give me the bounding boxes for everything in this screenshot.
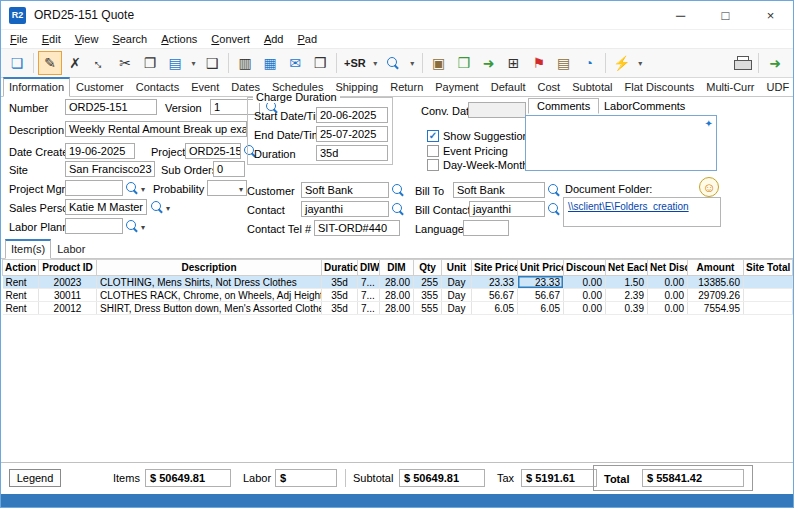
resize-icon[interactable]: ↔ [83,46,117,80]
smiley-icon[interactable]: ☺ [699,177,719,197]
project-mgr-chevron-down-icon[interactable]: ▾ [141,185,145,194]
labor-planner-search-icon[interactable] [126,220,139,235]
tab-items[interactable]: Item(s) [5,239,51,259]
table-row[interactable]: Rent 20023 CLOTHING, Mens Shirts, Not Dr… [3,276,793,289]
tab-cost[interactable]: Cost [532,78,567,97]
minimize-button[interactable]: ─ [658,1,703,29]
col-qty[interactable]: Qty [414,260,442,276]
cell-site-price[interactable]: 6.05 [472,302,518,315]
tiles-icon[interactable]: ▦ [258,51,282,75]
clock-icon[interactable]: ◔ [577,51,601,75]
cell-qty[interactable]: 355 [414,289,442,302]
start-date-field[interactable]: 20-06-2025 [316,107,388,123]
maximize-button[interactable]: □ [703,1,748,29]
close-button[interactable]: × [748,1,793,29]
zoom-dropdown-icon[interactable]: ▾ [407,51,418,75]
cell-unit[interactable]: Day [442,302,472,315]
cell-net-disc[interactable]: 0.00 [648,302,688,315]
col-duration[interactable]: Duration [322,260,358,276]
col-discount[interactable]: Discount [564,260,606,276]
cell-action[interactable]: Rent [3,302,39,315]
cell-net-each[interactable]: 2.39 [606,289,648,302]
copy-icon[interactable]: ❐ [138,51,162,75]
legend-button[interactable]: Legend [9,469,61,487]
bill-contact-search-icon[interactable] [548,203,561,218]
flash-icon[interactable]: ⚡ [610,51,634,75]
cell-unit-price-focused[interactable]: 23.33 [518,276,564,289]
cell-site-total[interactable] [744,276,793,289]
col-unit-price[interactable]: Unit Price [518,260,564,276]
cell-diw[interactable]: 7... [358,276,380,289]
tab-payment[interactable]: Payment [429,78,484,97]
cell-amount[interactable]: 29709.26 [688,289,744,302]
cell-discount[interactable]: 0.00 [564,289,606,302]
menu-add[interactable]: Add [257,31,291,47]
cell-dim[interactable]: 28.00 [380,289,414,302]
cell-description[interactable]: CLOTHES RACK, Chrome, on Wheels, Adj Hei… [97,289,322,302]
sales-person-chevron-down-icon[interactable]: ▾ [166,204,170,213]
menu-pad[interactable]: Pad [290,31,324,47]
cell-unit-price[interactable]: 56.67 [518,289,564,302]
tab-comments[interactable]: Comments [528,98,599,114]
new-document-icon[interactable]: ❏ [5,51,29,75]
clipboard-icon[interactable]: ▤ [552,51,576,75]
cell-dim[interactable]: 28.00 [380,302,414,315]
col-amount[interactable]: Amount [688,260,744,276]
event-pricing-checkbox[interactable]: Event Pricing [427,145,508,157]
cell-amount[interactable]: 7554.95 [688,302,744,315]
menu-actions[interactable]: Actions [154,31,204,47]
print-preview-icon[interactable]: ❑ [200,51,224,75]
cell-discount[interactable]: 0.00 [564,302,606,315]
col-site-price[interactable]: Site Price [472,260,518,276]
add-sr-dropdown-icon[interactable]: ▾ [370,51,381,75]
tab-subtotal[interactable]: Subtotal [566,78,618,97]
menu-file[interactable]: File [3,31,35,47]
flag-icon[interactable]: ⚑ [527,51,551,75]
col-unit[interactable]: Unit [442,260,472,276]
project-mgr-search-icon[interactable] [126,182,139,197]
tab-information[interactable]: Information [3,77,70,97]
zoom-icon[interactable] [382,51,406,75]
cell-product-id[interactable]: 30011 [39,289,97,302]
end-date-field[interactable]: 25-07-2025 [316,126,388,142]
cell-action[interactable]: Rent [3,289,39,302]
cell-amount[interactable]: 13385.60 [688,276,744,289]
date-created-field[interactable]: 19-06-2025 [65,143,135,159]
col-action[interactable]: Action [3,260,39,276]
package-icon[interactable]: ❒ [452,51,476,75]
conv-date-field[interactable] [468,102,526,118]
cell-product-id[interactable]: 20023 [39,276,97,289]
tab-contacts[interactable]: Contacts [130,78,185,97]
tab-customer[interactable]: Customer [70,78,130,97]
cell-qty[interactable]: 255 [414,276,442,289]
comment-tool-icon[interactable]: ✦ [705,118,713,129]
cell-unit-price[interactable]: 6.05 [518,302,564,315]
contact-field[interactable]: jayanthi [301,201,389,217]
cell-diw[interactable]: 7... [358,302,380,315]
table-row[interactable]: Rent 20012 SHIRT, Dress Button down, Men… [3,302,793,315]
exit-icon[interactable]: ➜ [763,51,787,75]
sub-orders-field[interactable]: 0 [213,161,245,177]
project-field[interactable]: ORD25-151 [185,143,241,159]
cell-site-price[interactable]: 56.67 [472,289,518,302]
bill-to-search-icon[interactable] [548,184,561,199]
duration-field[interactable]: 35d [316,145,388,161]
col-net-disc[interactable]: Net Disc [648,260,688,276]
bill-contact-field[interactable]: jayanthi [469,201,545,217]
cell-net-disc[interactable]: 0.00 [648,289,688,302]
notes-icon[interactable]: ❒ [308,51,332,75]
tab-flat-discounts[interactable]: Flat Discounts [619,78,701,97]
col-dim[interactable]: DIM [380,260,414,276]
customer-search-icon[interactable] [392,184,405,199]
sales-person-field[interactable]: Katie M Master [65,199,147,215]
flash-dropdown-icon[interactable]: ▾ [635,51,646,75]
cell-site-total[interactable] [744,302,793,315]
customer-field[interactable]: Soft Bank [301,182,389,198]
menu-edit[interactable]: Edit [35,31,68,47]
site-field[interactable]: San Francisco23 [65,161,155,177]
layers-dropdown-icon[interactable]: ▾ [188,51,199,75]
tab-default[interactable]: Default [485,78,532,97]
comments-textarea[interactable]: ✦ [525,115,717,171]
edit-icon[interactable]: ✎ [38,51,62,75]
cell-net-each[interactable]: 1.50 [606,276,648,289]
